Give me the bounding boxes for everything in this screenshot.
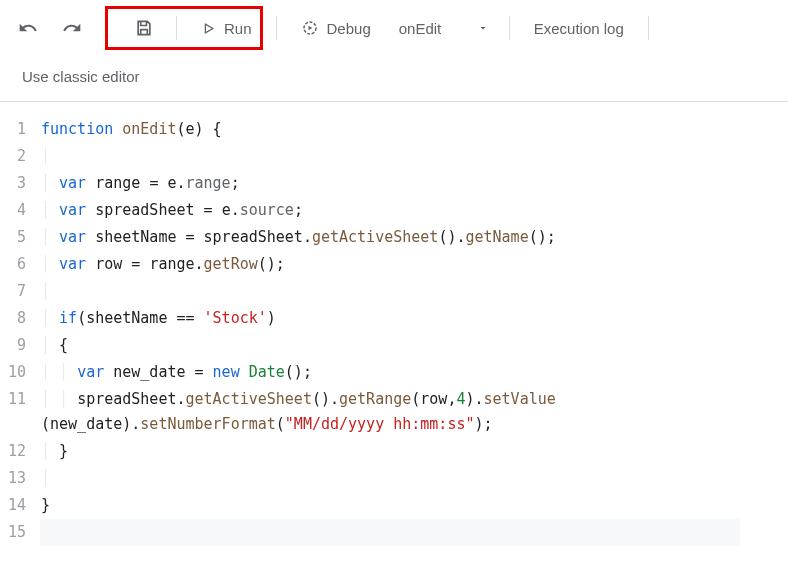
- code-line[interactable]: │: [40, 143, 740, 170]
- run-button[interactable]: Run: [189, 10, 264, 46]
- line-number: 7: [0, 278, 40, 305]
- code-line[interactable]: }: [40, 492, 740, 519]
- line-number: 9: [0, 332, 40, 359]
- redo-icon: [62, 18, 82, 38]
- code-line[interactable]: │ │ spreadSheet.getActiveSheet().getRang…: [40, 386, 740, 438]
- play-icon: [201, 21, 216, 36]
- line-number: 2: [0, 143, 40, 170]
- line-number: 11: [0, 386, 40, 438]
- code-line[interactable]: │ var spreadSheet = e.source;: [40, 197, 740, 224]
- code-line-current[interactable]: [40, 519, 740, 546]
- line-number: 13: [0, 465, 40, 492]
- line-number: 14: [0, 492, 40, 519]
- code-line[interactable]: │ │ var new_date = new Date();: [40, 359, 740, 386]
- line-number: 6: [0, 251, 40, 278]
- code-line[interactable]: │ var row = range.getRow();: [40, 251, 740, 278]
- code-line[interactable]: │ var range = e.range;: [40, 170, 740, 197]
- function-selected-label: onEdit: [399, 20, 442, 37]
- line-number: 4: [0, 197, 40, 224]
- debug-button[interactable]: Debug: [289, 10, 383, 46]
- line-number: 8: [0, 305, 40, 332]
- line-number: 3: [0, 170, 40, 197]
- code-line[interactable]: │: [40, 465, 740, 492]
- debug-label: Debug: [327, 20, 371, 37]
- code-line[interactable]: function onEdit(e) {: [40, 116, 740, 143]
- execution-log-label: Execution log: [534, 20, 624, 37]
- line-number: 12: [0, 438, 40, 465]
- code-line[interactable]: │: [40, 278, 740, 305]
- code-line[interactable]: │ if(sheetName == 'Stock'): [40, 305, 740, 332]
- toolbar: Run Debug onEdit Execution log: [0, 0, 788, 56]
- run-label: Run: [224, 20, 252, 37]
- toolbar-divider: [509, 16, 510, 40]
- code-editor[interactable]: 1 function onEdit(e) { 2 │ 3 │ var range…: [0, 101, 788, 546]
- use-classic-editor-link[interactable]: Use classic editor: [0, 56, 788, 101]
- toolbar-divider: [176, 16, 177, 40]
- function-dropdown[interactable]: onEdit: [387, 10, 497, 46]
- execution-log-button[interactable]: Execution log: [522, 10, 636, 46]
- code-line[interactable]: │ {: [40, 332, 740, 359]
- toolbar-divider: [648, 16, 649, 40]
- chevron-down-icon: [477, 22, 489, 34]
- undo-button[interactable]: [8, 8, 48, 48]
- debug-icon: [301, 19, 319, 37]
- save-button[interactable]: [124, 8, 164, 48]
- code-line[interactable]: │ var sheetName = spreadSheet.getActiveS…: [40, 224, 740, 251]
- code-line[interactable]: │ }: [40, 438, 740, 465]
- redo-button[interactable]: [52, 8, 92, 48]
- line-number: 10: [0, 359, 40, 386]
- line-number: 1: [0, 116, 40, 143]
- line-number: 15: [0, 519, 40, 546]
- toolbar-divider: [276, 16, 277, 40]
- line-number: 5: [0, 224, 40, 251]
- undo-icon: [18, 18, 38, 38]
- save-icon: [134, 18, 154, 38]
